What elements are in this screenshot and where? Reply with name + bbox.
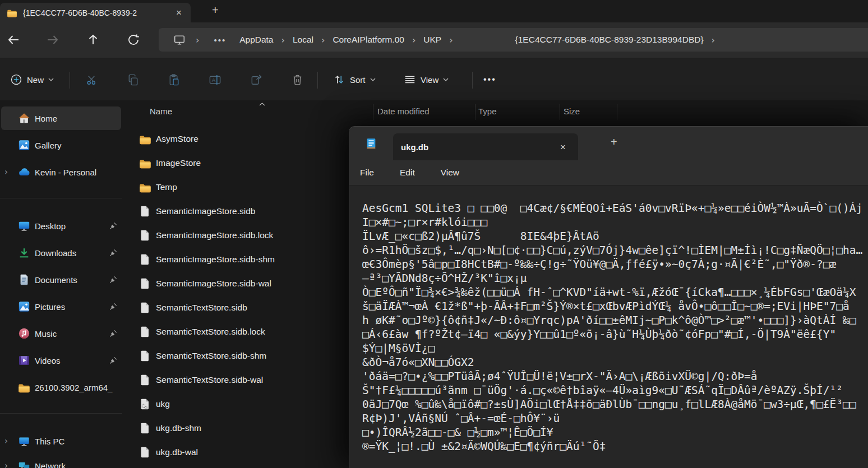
sidebar-item-videos[interactable]: Videos <box>0 349 122 372</box>
new-button[interactable]: New <box>10 58 54 101</box>
file-row[interactable]: SemanticImageStore.sidb <box>122 199 349 223</box>
sidebar-item-onedrive[interactable]: › Kevin - Personal <box>0 160 122 184</box>
breadcrumb-item[interactable]: UKP <box>418 35 447 45</box>
refresh-icon[interactable] <box>127 33 140 47</box>
pin-icon <box>109 248 118 257</box>
desktop-icon <box>18 220 30 232</box>
text-line: □•)ÎQRÂ½2ã□□-□& □½□m»™¦Ê□Ö□Í¥ <box>362 425 868 439</box>
view-button[interactable]: View <box>404 58 449 101</box>
file-row[interactable]: ukg.db-shm <box>122 416 349 440</box>
new-tab-button[interactable]: + <box>212 4 219 16</box>
file-icon <box>139 350 151 362</box>
explorer-nav-bar: › ••• AppData › Local › CoreAIPlatform.0… <box>0 22 868 58</box>
column-header-size[interactable]: Size <box>564 106 580 116</box>
up-icon[interactable] <box>86 33 100 47</box>
sidebar-divider <box>0 413 122 414</box>
network-icon <box>18 460 30 468</box>
chevron-right-icon[interactable]: › <box>4 436 8 446</box>
file-icon <box>139 374 151 386</box>
menu-file[interactable]: File <box>353 168 381 178</box>
sidebar-item-gallery[interactable]: Gallery <box>0 133 122 157</box>
sidebar-item-network[interactable]: › Network <box>0 454 122 468</box>
sidebar-item-pictures[interactable]: Pictures <box>0 295 122 318</box>
toolbar-divider <box>472 72 473 89</box>
chevron-right-icon[interactable]: › <box>4 167 8 177</box>
file-row[interactable]: SemanticTextStore.sidb-wal <box>122 368 349 392</box>
menu-view[interactable]: View <box>434 168 466 178</box>
file-icon <box>139 277 151 290</box>
file-row[interactable]: ukg.db-wal <box>122 440 349 464</box>
file-row[interactable]: SemanticTextStore.sidb.lock <box>122 319 349 344</box>
sidebar-item-folder[interactable]: 26100.3902_arm64_ <box>0 376 122 399</box>
explorer-tab-bar: {1EC4CC77-6D6B-40BC-8939-2 × + <box>0 0 868 22</box>
gallery-icon <box>18 139 30 151</box>
column-divider[interactable] <box>560 104 560 120</box>
file-row[interactable]: Temp <box>122 175 349 199</box>
file-row[interactable]: ImageStore <box>122 151 349 175</box>
column-divider[interactable] <box>617 104 617 120</box>
breadcrumb-overflow-icon[interactable]: ••• <box>214 35 226 45</box>
delete-icon[interactable] <box>291 73 304 86</box>
more-options-icon[interactable]: ••• <box>483 58 496 101</box>
text-line: □Á‹6£àw ¶f?ºŽt¢—ï4□ «□&ýy}Y□□û1□º«õ¡-â}ù… <box>362 327 868 341</box>
notepad-tab-close-icon[interactable]: × <box>557 141 569 153</box>
sidebar-item-music[interactable]: Music <box>0 322 122 345</box>
file-row[interactable]: SemanticImageStore.sidb-shm <box>122 247 349 271</box>
this-pc-icon[interactable] <box>173 34 186 46</box>
column-header-date-modified[interactable]: Date modified <box>377 106 430 116</box>
forward-icon[interactable] <box>46 33 59 47</box>
pin-icon <box>109 329 118 338</box>
folder-icon <box>18 381 30 393</box>
text-line: I□×#□~;□r×r#klói□□□ <box>362 215 868 229</box>
address-bar[interactable]: › ••• AppData › Local › CoreAIPlatform.0… <box>159 28 868 52</box>
back-icon[interactable] <box>7 33 20 47</box>
text-line: ô›=R1hÖ□šz□$,¹…/q□›N□[□¢·□□}C□ú,zýV□7Ój}… <box>362 243 868 257</box>
sort-button[interactable]: Sort <box>333 58 376 101</box>
file-row[interactable]: SemanticImageStore.sidb-wal <box>122 271 349 295</box>
chevron-down-icon <box>48 78 54 82</box>
breadcrumb-item[interactable]: CoreAIPlatform.00 <box>327 35 410 45</box>
pin-icon <box>109 302 118 311</box>
file-row[interactable]: SemanticTextStore.sidb-shm <box>122 344 349 368</box>
view-label: View <box>421 75 438 85</box>
folder-icon <box>7 8 17 17</box>
file-list: AsymStore ImageStore Temp SemanticImageS… <box>122 127 349 468</box>
sidebar-item-this-pc[interactable]: › This PC <box>0 429 122 453</box>
notepad-text-area[interactable]: AesGcm1 SQLite3 □ □□0@ □4Cæ¢/§€MÈQOî+EáS… <box>349 186 868 468</box>
menu-edit[interactable]: Edit <box>393 168 422 178</box>
copy-icon[interactable] <box>127 73 140 86</box>
column-divider[interactable] <box>475 104 475 120</box>
settings-file-icon <box>139 398 151 410</box>
sidebar-item-downloads[interactable]: Downloads <box>0 241 122 265</box>
tab-close-icon[interactable]: × <box>173 7 185 18</box>
breadcrumb-item[interactable]: Local <box>287 35 319 45</box>
column-header-type[interactable]: Type <box>478 106 497 116</box>
text-line: š□äÏÆÀ™¬œÀ €1ž*ß"+þ-ÃÂ+‡F□m²Š}Ý®×t£□xŒbv… <box>362 299 868 313</box>
notepad-new-tab-button[interactable]: + <box>611 136 617 149</box>
notepad-active-tab[interactable]: ukg.db × <box>393 133 578 160</box>
sidebar-item-documents[interactable]: Documents <box>0 268 122 291</box>
explorer-tab-title: {1EC4CC77-6D6B-40BC-8939-2 <box>23 8 173 17</box>
sidebar-item-home[interactable]: Home <box>0 106 122 130</box>
explorer-active-tab[interactable]: {1EC4CC77-6D6B-40BC-8939-2 × <box>0 3 191 22</box>
text-line: Š"†F£¼□□□□□ú³ãnm □¯üÖg'·á.□ç«©ê†bîaÿ«—4Ü… <box>362 383 868 397</box>
text-line: &ðÒ¬å7ó«□XN□□ÓGX2 <box>362 355 868 369</box>
text-line: Ò□EºÔ□ñ"Ï□¾×€>¾‰êž(□□ü□Á fH-ˆ□^KVD"íä+wt… <box>362 285 868 299</box>
breadcrumb-item[interactable]: {1EC4CC77-6D6B-40BC-8939-23D13B994DBD} <box>510 35 709 45</box>
paste-icon[interactable] <box>168 73 181 86</box>
file-row[interactable]: AsymStore <box>122 127 349 151</box>
toolbar-divider <box>317 72 318 89</box>
column-divider[interactable] <box>373 104 373 120</box>
share-icon[interactable] <box>250 73 263 86</box>
chevron-right-icon[interactable]: › <box>4 461 8 468</box>
sidebar-item-desktop[interactable]: Desktop <box>0 214 122 238</box>
cut-icon[interactable] <box>85 73 98 86</box>
file-row[interactable]: SemanticImageStore.sidb.lock <box>122 223 349 247</box>
file-icon <box>139 205 151 217</box>
column-header-name[interactable]: Name <box>150 106 172 116</box>
file-row[interactable]: ukg <box>122 392 349 416</box>
rename-icon[interactable] <box>209 73 221 86</box>
breadcrumb-item[interactable]: AppData <box>234 35 279 45</box>
file-row[interactable]: SemanticTextStore.sidb <box>122 295 349 319</box>
new-label: New <box>27 75 44 85</box>
